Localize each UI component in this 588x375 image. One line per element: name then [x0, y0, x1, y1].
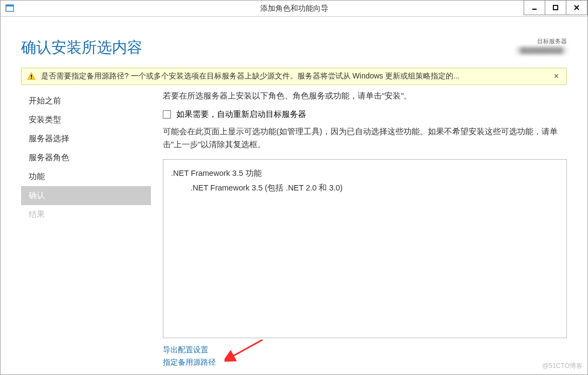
window-controls	[524, 0, 587, 15]
note-text: 可能会在此页面上显示可选功能(如管理工具)，因为已自动选择这些功能。如果不希望安…	[163, 125, 567, 152]
restart-checkbox-row: 如果需要，自动重新启动目标服务器	[163, 109, 567, 120]
minimize-button[interactable]	[524, 0, 545, 15]
feature-parent: .NET Framework 3.5 功能	[171, 166, 559, 181]
main-content: 若要在所选服务器上安装以下角色、角色服务或功能，请单击"安装"。 如果需要，自动…	[151, 89, 567, 368]
svg-rect-8	[31, 78, 32, 79]
maximize-button[interactable]	[545, 0, 566, 15]
export-config-link[interactable]: 导出配置设置	[163, 344, 567, 356]
sidebar-item-results: 结果	[21, 205, 151, 224]
sidebar-item-features[interactable]: 功能	[21, 167, 151, 186]
body: 开始之前 安装类型 服务器选择 服务器角色 功能 确认 结果 若要在所选服务器上…	[1, 89, 587, 374]
wizard-window: 添加角色和功能向导 确认安装所选内容 目标服务器 ██████████ 是否需要…	[0, 0, 588, 375]
header: 确认安装所选内容 目标服务器 ██████████	[1, 17, 587, 68]
links-area: 导出配置设置 指定备用源路径	[163, 338, 567, 368]
titlebar: 添加角色和功能向导	[1, 1, 587, 17]
alt-source-path-link[interactable]: 指定备用源路径	[163, 356, 567, 368]
page-title: 确认安装所选内容	[21, 37, 142, 58]
instruction-text: 若要在所选服务器上安装以下角色、角色服务或功能，请单击"安装"。	[163, 89, 567, 103]
close-button[interactable]	[566, 0, 587, 15]
sidebar-item-server-roles[interactable]: 服务器角色	[21, 148, 151, 167]
target-server-info: 目标服务器 ██████████	[516, 37, 567, 54]
svg-rect-1	[6, 5, 14, 6]
sidebar-item-confirm[interactable]: 确认	[21, 186, 151, 205]
sidebar-item-server-select[interactable]: 服务器选择	[21, 129, 151, 148]
notification-close-button[interactable]: ×	[552, 71, 561, 81]
sidebar-item-install-type[interactable]: 安装类型	[21, 110, 151, 129]
notification-bar: 是否需要指定备用源路径? 一个或多个安装选项在目标服务器上缺少源文件。服务器将尝…	[21, 68, 567, 85]
sidebar-item-before-begin[interactable]: 开始之前	[21, 91, 151, 110]
warning-icon	[27, 72, 36, 81]
restart-checkbox[interactable]	[163, 110, 171, 119]
sidebar: 开始之前 安装类型 服务器选择 服务器角色 功能 确认 结果	[21, 89, 151, 368]
svg-rect-3	[553, 5, 558, 10]
feature-list: .NET Framework 3.5 功能 .NET Framework 3.5…	[163, 159, 567, 338]
app-icon	[5, 3, 16, 14]
window-title: 添加角色和功能向导	[1, 4, 587, 14]
notification-text: 是否需要指定备用源路径? 一个或多个安装选项在目标服务器上缺少源文件。服务器将尝…	[41, 71, 552, 81]
restart-checkbox-label: 如果需要，自动重新启动目标服务器	[176, 109, 306, 120]
feature-child: .NET Framework 3.5 (包括 .NET 2.0 和 3.0)	[171, 181, 559, 196]
svg-rect-7	[31, 75, 32, 77]
target-server-value: ██████████	[516, 47, 567, 54]
target-server-label: 目标服务器	[516, 37, 567, 45]
